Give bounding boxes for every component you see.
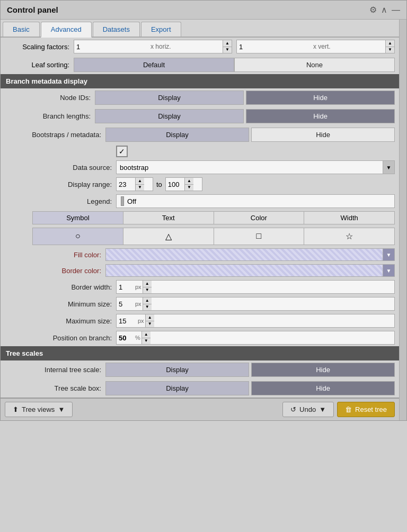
bootstrap-checkbox[interactable]: ✓	[116, 146, 128, 157]
branch-lengths-hide[interactable]: Hide	[246, 109, 395, 123]
symbol-square[interactable]: □	[214, 228, 305, 245]
legend-off[interactable]: Off	[116, 194, 395, 208]
leaf-sorting-none[interactable]: None	[234, 58, 395, 72]
min-size-input[interactable]	[117, 299, 135, 309]
max-size-down[interactable]: ▼	[146, 321, 154, 328]
chevron-up-icon[interactable]: ∧	[381, 5, 387, 15]
range-from-down[interactable]: ▼	[136, 185, 144, 191]
symbol-tab-width[interactable]: Width	[304, 212, 394, 224]
fill-color-picker[interactable]: ▼	[105, 248, 395, 261]
reset-icon: 🗑	[345, 405, 352, 413]
tree-scale-box-hide[interactable]: Hide	[251, 381, 395, 395]
minimize-icon[interactable]: —	[392, 5, 400, 15]
range-to-input[interactable]	[166, 179, 184, 190]
max-size-label: Maximum size:	[5, 317, 116, 325]
symbol-tab-text[interactable]: Text	[123, 212, 214, 224]
undo-label: Undo	[299, 405, 316, 413]
border-color-label: Border color:	[5, 267, 105, 275]
border-color-picker[interactable]: ▼	[105, 264, 395, 277]
range-to-down[interactable]: ▼	[185, 185, 193, 191]
symbol-circle[interactable]: ○	[33, 228, 123, 245]
node-ids-display[interactable]: Display	[95, 91, 244, 105]
vert-spinner[interactable]: 1 x vert. ▲ ▼	[236, 40, 395, 53]
max-size-input[interactable]	[117, 316, 138, 326]
vert-up-arrow[interactable]: ▲	[386, 40, 394, 47]
undo-icon: ↺	[290, 405, 296, 413]
border-width-unit: px	[135, 284, 143, 290]
position-down[interactable]: ▼	[142, 338, 151, 345]
leaf-sorting-row: Leaf sorting: Default None	[1, 56, 399, 74]
tab-advanced[interactable]: Advanced	[41, 22, 92, 38]
border-width-spinner[interactable]: px ▲ ▼	[116, 280, 395, 294]
position-input[interactable]	[117, 333, 135, 343]
tree-scales-header: Tree scales	[1, 346, 399, 360]
range-from-spinner[interactable]: ▲ ▼	[116, 177, 153, 191]
branch-lengths-row: Branch lengths: Display Hide	[1, 107, 399, 125]
border-width-arrows: ▲ ▼	[143, 281, 152, 293]
border-color-arrow[interactable]: ▼	[383, 265, 394, 276]
range-to-up[interactable]: ▲	[185, 178, 193, 185]
bootstraps-display[interactable]: Display	[105, 128, 249, 142]
range-to-spinner[interactable]: ▲ ▼	[165, 177, 202, 191]
symbol-tab-color[interactable]: Color	[214, 212, 305, 224]
symbol-tabs-row: Symbol Text Color Width	[1, 210, 399, 226]
symbol-triangle[interactable]: △	[123, 228, 214, 245]
internal-tree-scale-display[interactable]: Display	[105, 363, 249, 377]
scrollbar[interactable]	[399, 20, 406, 420]
checkbox-row: ✓	[1, 144, 399, 159]
gear-icon[interactable]: ⚙	[369, 5, 377, 15]
vert-down-arrow[interactable]: ▼	[386, 47, 394, 53]
branch-metadata-header: Branch metadata display	[1, 74, 399, 88]
max-size-row: Maximum size: px ▲ ▼	[1, 312, 399, 329]
reset-tree-button[interactable]: 🗑 Reset tree	[337, 402, 395, 417]
node-ids-hide[interactable]: Hide	[246, 91, 395, 105]
position-spinner[interactable]: % ▲ ▼	[116, 331, 395, 345]
fill-color-arrow[interactable]: ▼	[383, 249, 394, 260]
min-size-row: Minimum size: px ▲ ▼	[1, 295, 399, 312]
panel-scroll: Basic Advanced Datasets Export Scaling f…	[1, 20, 406, 420]
position-label: Position on branch:	[5, 334, 116, 342]
border-width-up[interactable]: ▲	[143, 281, 152, 287]
branch-lengths-display[interactable]: Display	[95, 109, 244, 123]
data-source-arrow[interactable]: ▼	[383, 161, 394, 174]
tree-views-button[interactable]: ⬆ Tree views ▼	[5, 402, 73, 417]
position-unit: %	[135, 335, 141, 341]
scaling-label: Scaling factors:	[5, 43, 74, 51]
tab-datasets[interactable]: Datasets	[93, 22, 140, 37]
symbol-tab-symbol[interactable]: Symbol	[33, 212, 123, 224]
vert-arrows: ▲ ▼	[385, 40, 394, 53]
tree-views-icon: ⬆	[13, 405, 19, 413]
horiz-arrows: ▲ ▼	[223, 40, 232, 53]
bootstraps-hide[interactable]: Hide	[251, 128, 395, 142]
border-width-input[interactable]	[117, 282, 135, 292]
internal-tree-scale-hide[interactable]: Hide	[251, 363, 395, 377]
reset-label: Reset tree	[355, 405, 387, 413]
border-width-down[interactable]: ▼	[143, 287, 152, 294]
tab-export[interactable]: Export	[141, 22, 181, 37]
border-width-label: Border width:	[5, 283, 116, 291]
range-from-up[interactable]: ▲	[136, 178, 144, 185]
horiz-spinner[interactable]: 1 x horiz. ▲ ▼	[74, 40, 232, 53]
tree-scale-box-display[interactable]: Display	[105, 381, 249, 395]
tab-basic[interactable]: Basic	[3, 22, 40, 37]
display-range-label: Display range:	[5, 181, 116, 188]
leaf-sorting-default[interactable]: Default	[74, 58, 234, 72]
data-source-label: Data source:	[5, 164, 116, 172]
data-source-select[interactable]: bootstrap ▼	[116, 160, 395, 174]
tree-scale-box-row: Tree scale box: Display Hide	[1, 379, 399, 398]
horiz-down-arrow[interactable]: ▼	[223, 47, 232, 53]
legend-bar	[121, 196, 124, 206]
min-size-up[interactable]: ▲	[143, 297, 152, 304]
position-arrows: ▲ ▼	[141, 331, 151, 344]
max-size-spinner[interactable]: px ▲ ▼	[116, 314, 395, 328]
position-up[interactable]: ▲	[142, 331, 151, 338]
range-from-input[interactable]	[117, 179, 135, 190]
internal-tree-scale-row: Internal tree scale: Display Hide	[1, 360, 399, 379]
horiz-up-arrow[interactable]: ▲	[223, 40, 232, 47]
min-size-down[interactable]: ▼	[143, 304, 152, 311]
symbol-star[interactable]: ☆	[304, 228, 394, 245]
undo-button[interactable]: ↺ Undo ▼	[282, 402, 334, 417]
symbol-tabs: Symbol Text Color Width	[32, 211, 395, 224]
max-size-up[interactable]: ▲	[146, 314, 154, 321]
min-size-spinner[interactable]: px ▲ ▼	[116, 297, 395, 311]
